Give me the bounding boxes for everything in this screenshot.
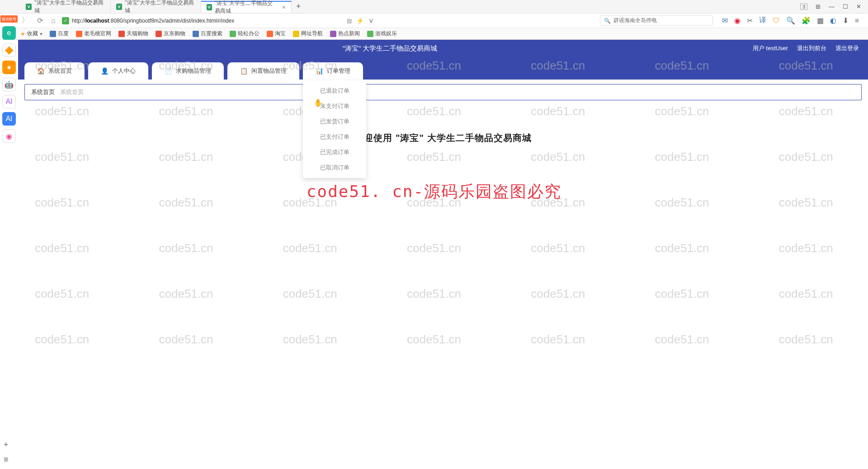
scan-icon[interactable]: ▤: [347, 18, 352, 24]
browser-tab-active[interactable]: V "涛宝"大学生二手物品交易商城 ×: [201, 1, 292, 13]
exit-front-button[interactable]: 退出到前台: [797, 44, 826, 52]
window-controls: 3 ⊞ — ☐ ✕: [800, 3, 868, 10]
translate-icon[interactable]: 译: [759, 16, 766, 25]
bookmark-icon: [50, 31, 56, 37]
bookmark-item[interactable]: 京东购物: [156, 30, 185, 38]
bookmark-icon: [330, 31, 336, 37]
search-placeholder: 辟谣海南全岛停电: [613, 17, 657, 24]
user-label[interactable]: 用户 testUser: [753, 44, 788, 52]
url-field[interactable]: ✓ http://localhost:8080/springbootf8m2v/…: [62, 17, 342, 24]
rail-icon-3[interactable]: ●: [2, 61, 16, 74]
logout-button[interactable]: 退出登录: [835, 44, 859, 52]
shield-icon: ✓: [62, 17, 69, 24]
bookmark-item[interactable]: 老毛桃官网: [76, 30, 111, 38]
doc-icon: 📋: [240, 67, 248, 75]
dd-item-refunded[interactable]: 已退款订单: [303, 83, 366, 98]
main-content: 欢迎使用 "涛宝" 大学生二手物品交易商城: [18, 105, 868, 144]
dd-item-cancelled[interactable]: 已取消订单: [303, 160, 366, 175]
nav-label: 系统首页: [48, 67, 72, 75]
tab-title: "涛宝"大学生二手物品交易商城: [125, 0, 195, 14]
window-numeric[interactable]: 3: [800, 4, 807, 10]
doc-icon: 📄: [165, 67, 172, 75]
list-icon[interactable]: ≡: [4, 455, 9, 464]
tab-favicon: V: [116, 4, 122, 10]
bookmark-item[interactable]: 热点新闻: [330, 30, 360, 38]
tab-favicon: V: [26, 4, 32, 10]
star-icon: ★: [20, 31, 25, 37]
bookmark-item[interactable]: 淘宝: [267, 30, 286, 38]
nav-tab-profile[interactable]: 👤 个人中心: [88, 62, 148, 80]
chevron-down-icon[interactable]: ∨: [368, 16, 374, 25]
rail-icon-5[interactable]: AI: [2, 95, 16, 108]
toolbar-icons: ✉ ◉ ✂ 译 🛡 🔍 🧩 ▦ ◐ ⬇ ≡: [717, 16, 863, 25]
rail-badge[interactable]: 提供联号: [0, 15, 18, 23]
watermark-main: code51. cn-源码乐园盗图必究: [307, 181, 561, 203]
bookmark-item[interactable]: 百度搜索: [193, 30, 222, 38]
maximize-icon[interactable]: ☐: [843, 3, 848, 10]
browser-tab[interactable]: V "涛宝"大学生二手物品交易商城: [20, 1, 111, 13]
dd-item-shipped[interactable]: 已发货订单: [303, 114, 366, 129]
puzzle-icon[interactable]: 🧩: [802, 16, 811, 25]
weibo-icon[interactable]: ◉: [734, 16, 741, 25]
bookmark-item[interactable]: 网址导航: [293, 30, 323, 38]
rail-icon-7[interactable]: ◉: [2, 129, 16, 143]
crumb-sub: 系统首页: [60, 88, 84, 96]
new-tab-button[interactable]: +: [292, 2, 306, 11]
crumb-main[interactable]: 系统首页: [31, 88, 55, 96]
bottom-rail: + ≡: [4, 440, 9, 464]
download-icon[interactable]: ⬇: [843, 16, 849, 25]
menu-icon[interactable]: ≡: [855, 17, 859, 25]
rail-icon-4[interactable]: 🤖: [2, 78, 16, 91]
close-icon[interactable]: ×: [282, 4, 286, 11]
search2-icon[interactable]: 🔍: [786, 16, 795, 25]
nav-tab-home[interactable]: 🏠 系统首页: [24, 62, 85, 80]
extension-icon[interactable]: ⊞: [816, 3, 821, 10]
bookmark-item[interactable]: 百度: [50, 30, 69, 38]
plus-icon[interactable]: +: [4, 440, 9, 450]
rail-icon-6[interactable]: AI: [2, 112, 16, 126]
nav-area: 🏠 系统首页 👤 个人中心 📄 求购物品管理 📋 闲置物品管理 📊 订单管理 已…: [18, 57, 868, 80]
bookmark-icon: [367, 31, 373, 37]
rail-icon-1[interactable]: e: [2, 26, 16, 40]
browser-tab[interactable]: V "涛宝"大学生二手物品交易商城: [111, 1, 201, 13]
bookmark-icon: [193, 31, 199, 37]
rail-icon-2[interactable]: 🔶: [2, 43, 16, 57]
favorites-button[interactable]: ★收藏▾: [20, 30, 42, 38]
nav-tab-wanted[interactable]: 📄 求购物品管理: [152, 62, 224, 80]
home-icon: 🏠: [37, 67, 45, 75]
nav-tab-orders[interactable]: 📊 订单管理 已退款订单 未支付订单 已发货订单 已支付订单 已完成订单 已取消…: [303, 62, 363, 80]
tab-title: "涛宝"大学生二手物品交易商城: [215, 0, 277, 15]
close-window-icon[interactable]: ✕: [856, 3, 861, 10]
scissors-icon[interactable]: ✂: [747, 16, 753, 25]
home-icon[interactable]: ⌂: [49, 16, 57, 26]
dd-item-paid[interactable]: 已支付订单: [303, 129, 366, 145]
nav-tab-idle[interactable]: 📋 闲置物品管理: [227, 62, 299, 80]
tab-favicon: V: [207, 4, 212, 10]
forward-icon[interactable]: 〉: [20, 15, 31, 26]
nav-label: 闲置物品管理: [251, 67, 287, 75]
shield2-icon[interactable]: 🛡: [773, 17, 780, 25]
grid-icon[interactable]: ▦: [817, 16, 824, 25]
bolt-icon[interactable]: ⚡: [356, 17, 364, 24]
nav-label: 个人中心: [112, 67, 136, 75]
bookmark-item[interactable]: 天猫购物: [118, 30, 148, 38]
bookmark-icon: [76, 31, 82, 37]
dd-item-unpaid[interactable]: 未支付订单: [303, 98, 366, 114]
welcome-text: 欢迎使用 "涛宝" 大学生二手物品交易商城: [18, 132, 868, 144]
reload-icon[interactable]: ⟳: [35, 15, 45, 26]
url-text: http://localhost:8080/springbootf8m2v/ad…: [72, 18, 235, 24]
bookmark-item[interactable]: 游戏娱乐: [367, 30, 397, 38]
search-input[interactable]: 🔍 辟谣海南全岛停电: [600, 15, 713, 26]
bookmark-icon: [230, 31, 236, 37]
bookmark-item[interactable]: 轻松办公: [230, 30, 259, 38]
circle-icon[interactable]: ◐: [830, 16, 836, 25]
dd-item-completed[interactable]: 已完成订单: [303, 145, 366, 160]
mail-icon[interactable]: ✉: [722, 16, 728, 25]
bookmark-icon: [293, 31, 299, 37]
browser-tab-strip: V "涛宝"大学生二手物品交易商城 V "涛宝"大学生二手物品交易商城 V "涛…: [0, 0, 868, 14]
app-title: "涛宝" 大学生二手物品交易商城: [343, 44, 438, 53]
bookmarks-bar: ★收藏▾ 百度 老毛桃官网 天猫购物 京东购物 百度搜索 轻松办公 淘宝 网址导…: [0, 28, 868, 40]
user-icon: 👤: [101, 67, 108, 75]
minimize-icon[interactable]: —: [829, 3, 835, 10]
left-sidebar-rail: 提供联号 e 🔶 ● 🤖 AI AI ◉: [0, 14, 18, 143]
